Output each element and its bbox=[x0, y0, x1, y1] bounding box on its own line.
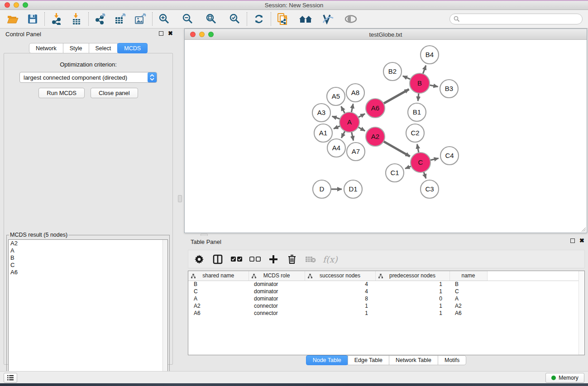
mcds-result-item[interactable]: B bbox=[9, 254, 167, 262]
delete-table-icon-disabled bbox=[304, 253, 317, 266]
shared-column-icon bbox=[308, 274, 312, 278]
graph-edge-B-B3[interactable] bbox=[429, 85, 438, 87]
clone-network-icon[interactable] bbox=[276, 12, 290, 26]
graph-node-label: A7 bbox=[352, 148, 360, 155]
close-panel-button[interactable]: Close panel bbox=[91, 88, 138, 98]
toolbar-separator bbox=[152, 12, 153, 26]
graph-node-label: A2 bbox=[371, 133, 379, 140]
tab-select[interactable]: Select bbox=[89, 43, 118, 53]
graph-edge-B-B4[interactable] bbox=[423, 66, 426, 75]
add-column-icon[interactable] bbox=[267, 253, 280, 266]
import-table-icon[interactable] bbox=[69, 12, 84, 26]
window-resize-grip[interactable] bbox=[580, 226, 586, 232]
delete-column-trash-icon[interactable] bbox=[286, 253, 298, 266]
tab-motifs[interactable]: Motifs bbox=[438, 355, 466, 365]
mcds-result-item[interactable]: A6 bbox=[9, 269, 167, 276]
graph-edge-A-A7[interactable] bbox=[351, 131, 354, 141]
table-cell: A2 bbox=[449, 302, 487, 310]
mcds-result-item[interactable]: A bbox=[9, 247, 167, 254]
graph-edge-A-A8[interactable] bbox=[351, 104, 353, 114]
control-panel: Control Panel ✖ NetworkStyleSelectMCDS O… bbox=[0, 29, 177, 371]
close-table-panel-icon[interactable]: ✖ bbox=[579, 238, 584, 243]
tab-network-table[interactable]: Network Table bbox=[389, 355, 438, 365]
table-cell: 1 bbox=[305, 310, 375, 317]
select-all-icon[interactable] bbox=[230, 253, 243, 266]
table-cell: 1 bbox=[305, 302, 375, 310]
vertical-splitter-handle[interactable] bbox=[178, 195, 182, 202]
memory-button[interactable]: Memory bbox=[545, 373, 584, 383]
deselect-all-icon[interactable] bbox=[249, 253, 261, 266]
graph-edge-B-B2[interactable] bbox=[403, 76, 411, 80]
home-icon[interactable] bbox=[298, 12, 313, 26]
show-hide-eye-icon[interactable] bbox=[344, 12, 358, 26]
table-row[interactable]: Adominator80A bbox=[188, 295, 584, 302]
run-mcds-button[interactable]: Run MCDS bbox=[38, 88, 85, 98]
network-window-title: testGlobe.txt bbox=[185, 31, 587, 38]
toolbar-separator bbox=[247, 12, 247, 26]
float-panel-icon[interactable] bbox=[159, 31, 163, 36]
close-panel-icon[interactable]: ✖ bbox=[168, 31, 173, 36]
network-canvas[interactable]: B4B2BB3A5A8A6B1A3AC2A1A2A4A7C4CC1C3DD1 bbox=[185, 40, 587, 233]
tab-network[interactable]: Network bbox=[29, 43, 63, 53]
mcds-result-fieldset: MCDS result (5 nodes) A2ABCA6 bbox=[6, 232, 170, 386]
column-header-MCDS-role[interactable]: MCDS role bbox=[249, 271, 305, 281]
import-network-icon[interactable] bbox=[49, 12, 64, 26]
zoom-out-icon[interactable] bbox=[181, 12, 195, 26]
table-row[interactable]: A2connector11A2 bbox=[188, 302, 584, 310]
graph-node-label: A1 bbox=[319, 129, 327, 137]
graph-edge-A2-C[interactable] bbox=[383, 141, 410, 156]
tab-edge-table[interactable]: Edge Table bbox=[348, 355, 389, 365]
column-header-successor-nodes[interactable]: successor nodes bbox=[305, 271, 375, 281]
search-input[interactable] bbox=[449, 14, 583, 24]
node-table-header-row: shared nameMCDS rolesuccessor nodesprede… bbox=[188, 271, 584, 281]
show-columns-icon[interactable] bbox=[211, 253, 224, 266]
table-tabs: Node TableEdge TableNetwork TableMotifs bbox=[184, 355, 588, 365]
open-folder-icon[interactable] bbox=[5, 12, 20, 26]
window-title: Session: New Session bbox=[0, 2, 588, 9]
network-view-window: testGlobe.txt B4B2BB3A5A8A6B1A3AC2A1A2A4… bbox=[184, 29, 587, 233]
refresh-icon[interactable] bbox=[252, 12, 266, 26]
tab-mcds[interactable]: MCDS bbox=[117, 43, 148, 53]
graph-edge-A6-B[interactable] bbox=[383, 89, 409, 104]
table-cell-filler bbox=[487, 288, 584, 295]
network-window-titlebar[interactable]: testGlobe.txt bbox=[185, 29, 587, 40]
mcds-result-item[interactable]: C bbox=[9, 262, 167, 269]
table-row[interactable]: Cdominator41C bbox=[188, 288, 584, 295]
tab-node-table[interactable]: Node Table bbox=[306, 355, 348, 365]
table-cell: A bbox=[188, 295, 249, 302]
table-cell: 8 bbox=[305, 295, 375, 302]
export-table-icon[interactable] bbox=[113, 12, 128, 26]
column-header-shared-name[interactable]: shared name bbox=[188, 271, 249, 281]
save-icon[interactable] bbox=[25, 12, 40, 26]
toggle-graphics-details-icon[interactable] bbox=[321, 12, 335, 26]
zoom-fit-icon[interactable] bbox=[204, 12, 219, 26]
export-image-icon[interactable] bbox=[133, 12, 148, 26]
graph-node-label: B2 bbox=[388, 67, 397, 75]
tab-style[interactable]: Style bbox=[63, 43, 89, 53]
node-table: shared nameMCDS rolesuccessor nodesprede… bbox=[188, 271, 585, 355]
task-history-list-icon[interactable] bbox=[4, 373, 17, 383]
table-cell: B bbox=[188, 281, 249, 288]
column-header-predecessor-nodes[interactable]: predecessor nodes bbox=[375, 271, 449, 281]
graph-edge-C-C4[interactable] bbox=[430, 158, 439, 161]
graph-edge-C-C2[interactable] bbox=[417, 144, 419, 154]
graph-node-label: A3 bbox=[317, 109, 325, 116]
dropdown-stepper-icon bbox=[148, 72, 157, 82]
table-cell: 1 bbox=[375, 302, 449, 310]
table-row[interactable]: A6connector11A6 bbox=[188, 310, 584, 317]
zoom-in-icon[interactable] bbox=[157, 12, 172, 26]
graph-node-label: A4 bbox=[332, 144, 340, 152]
table-row[interactable]: Bdominator41B bbox=[188, 281, 584, 288]
result-list-scrollbar[interactable] bbox=[163, 240, 167, 383]
optimization-criterion-dropdown[interactable]: largest connected component (directed) bbox=[19, 72, 157, 83]
export-network-icon[interactable] bbox=[93, 12, 108, 26]
zoom-selected-icon[interactable] bbox=[228, 12, 242, 26]
table-scrollbar[interactable] bbox=[578, 271, 584, 355]
float-table-panel-icon[interactable] bbox=[570, 238, 575, 243]
mcds-result-item[interactable]: A2 bbox=[9, 240, 167, 247]
graph-node-label: A6 bbox=[371, 104, 379, 112]
column-header-name[interactable]: name bbox=[449, 271, 487, 281]
mcds-result-title: MCDS result (5 nodes) bbox=[9, 232, 68, 238]
table-settings-gear-icon[interactable] bbox=[193, 253, 206, 266]
optimization-criterion-label: Optimization criterion: bbox=[4, 61, 172, 68]
